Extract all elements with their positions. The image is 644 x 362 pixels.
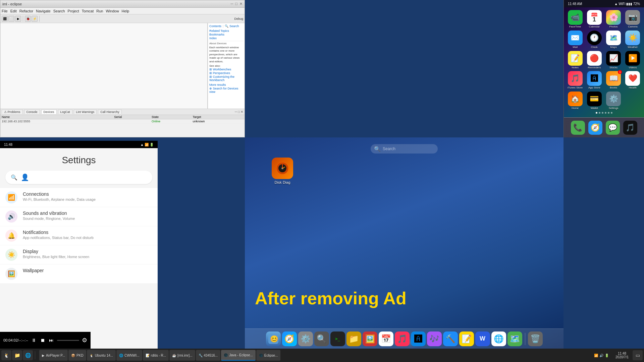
taskbar-app-ubuntu[interactable]: 🐧Ubuntu 14... xyxy=(87,350,116,361)
mac-dock-notes[interactable]: 📝 xyxy=(459,331,474,346)
app-reminders[interactable]: 🔴 Reminders xyxy=(586,51,603,69)
menu-search[interactable]: Search xyxy=(53,9,65,13)
help-tab-search[interactable]: 🔍 Search xyxy=(225,24,239,28)
help-customizing[interactable]: ⊞ Customizing the Workbench xyxy=(209,75,243,82)
help-perspectives[interactable]: ⊞ Perspectives xyxy=(209,71,243,75)
dock-messages[interactable]: 💬 xyxy=(606,121,620,135)
eclipse-maximize[interactable]: □ xyxy=(235,2,237,6)
taskbar-app-pkd[interactable]: 📦PKD xyxy=(68,350,86,361)
app-photos[interactable]: 🌸 Photos xyxy=(605,10,622,28)
taskbar-app-eclipse[interactable]: 🌑Eclipse... xyxy=(256,350,281,361)
dock-music[interactable]: 🎵 xyxy=(623,121,637,135)
video-stop-btn[interactable]: ⏹ xyxy=(40,337,46,344)
settings-item-display[interactable]: ☀️ Display Brightness, Blue light filter… xyxy=(0,245,158,264)
mac-dock-finder2[interactable]: 🔍 xyxy=(314,331,329,346)
menu-run[interactable]: Run xyxy=(96,9,103,13)
mac-dock-safari[interactable]: 🧭 xyxy=(282,331,297,346)
menu-navigate[interactable]: Navigate xyxy=(36,9,50,13)
panel-close-btn[interactable]: ✕ xyxy=(240,110,243,114)
mac-dock-calendar[interactable]: 📅 xyxy=(379,331,393,346)
mac-dock-sysprefs[interactable]: ⚙️ xyxy=(298,331,313,346)
panel-minimize-btn[interactable]: ─ xyxy=(235,110,237,114)
app-app-store[interactable]: 🅰 App Store xyxy=(586,71,603,89)
eclipse-minimize[interactable]: ─ xyxy=(231,2,233,6)
app-clock[interactable]: 🕐 Clock xyxy=(586,31,603,49)
app-maps[interactable]: 🗺️ Maps xyxy=(605,31,622,49)
app-appletv[interactable]: ▶️ Videos xyxy=(624,51,641,69)
desktop-icon-disk-diag[interactable]: Disk Diag xyxy=(272,158,293,184)
menu-help[interactable]: Help xyxy=(122,9,129,13)
tab-console[interactable]: Console xyxy=(24,110,40,114)
settings-item-sounds[interactable]: 🔊 Sounds and vibration Sound mode, Ringt… xyxy=(0,207,158,226)
taskbar-show-desktop-btn[interactable]: ▭ xyxy=(633,350,643,360)
video-next-btn[interactable]: ⏭ xyxy=(48,337,54,344)
mac-dock-music[interactable]: 🎵 xyxy=(395,331,410,346)
mac-dock-itunes[interactable]: 🎶 xyxy=(427,331,442,346)
mac-dock-trash[interactable]: 🗑️ xyxy=(528,331,543,346)
menu-file[interactable]: File xyxy=(2,9,8,13)
toolbar-btn-1[interactable]: ⬛ xyxy=(2,16,8,22)
taskbar-app-rmiimr[interactable]: ☕[rmi.imr]... xyxy=(169,350,195,361)
taskbar-start-btn[interactable]: 🐧 xyxy=(1,350,11,360)
taskbar-app-cwnwi[interactable]: 🌐CWNWI... xyxy=(116,350,142,361)
mac-dock-xcode[interactable]: 🔨 xyxy=(443,331,458,346)
tab-devices[interactable]: Devices xyxy=(41,110,57,114)
table-row[interactable]: 192.168.43.102:5555 Online unknown xyxy=(0,119,245,124)
toolbar-btn-4[interactable]: 🐞 xyxy=(25,16,31,22)
mac-dock-terminal[interactable]: >_ xyxy=(330,331,345,346)
toolbar-btn-5[interactable]: ⚡ xyxy=(32,16,38,22)
settings-item-wallpaper[interactable]: 🖼️ Wallpaper xyxy=(0,264,158,283)
app-calendar[interactable]: MON 1 Calendar xyxy=(586,10,603,28)
mac-dock-finder[interactable]: 😊 xyxy=(266,331,281,346)
help-link-bookmarks[interactable]: Bookmarks xyxy=(209,33,243,36)
taskbar-app-rditis[interactable]: 📝rditis - R... xyxy=(143,350,169,361)
menu-tomcat[interactable]: Tomcat xyxy=(82,9,94,13)
settings-search-bar[interactable]: 🔍 👤 xyxy=(5,171,152,184)
mac-dock-word[interactable]: W xyxy=(475,331,490,346)
help-workbenches[interactable]: ⊞ Workbenches xyxy=(209,68,243,71)
mac-dock-appstore[interactable]: 🅰 xyxy=(411,331,426,346)
dock-safari[interactable]: 🧭 xyxy=(588,121,602,135)
menu-window[interactable]: Window xyxy=(106,9,119,13)
settings-item-notifications[interactable]: 🔔 Notifications App notifications, Statu… xyxy=(0,226,158,245)
help-link-related[interactable]: Related Topics xyxy=(209,29,243,33)
macos-search-input[interactable] xyxy=(383,146,434,151)
video-play-btn[interactable]: ⏸ xyxy=(31,337,37,344)
app-itunes-store[interactable]: 🎵 iTunes Store xyxy=(567,71,584,89)
video-progress-bar[interactable] xyxy=(57,340,79,341)
video-settings-icon[interactable]: ⚙ xyxy=(82,337,87,344)
tab-logcat[interactable]: LogCat xyxy=(58,110,72,114)
app-wallet[interactable]: 💳 Wallet xyxy=(586,92,603,110)
taskbar-browser-btn[interactable]: 🌐 xyxy=(23,350,33,360)
app-home[interactable]: 🏠 Home xyxy=(567,92,584,110)
toolbar-btn-3[interactable]: ▶ xyxy=(15,16,21,22)
menu-project[interactable]: Project xyxy=(68,9,79,13)
app-mail[interactable]: ✉️ Mail xyxy=(567,31,584,49)
eclipse-editor[interactable] xyxy=(0,23,208,109)
mac-dock-maps[interactable]: 🗺️ xyxy=(507,331,522,346)
app-stocks[interactable]: 📈 Stocks xyxy=(605,51,622,69)
app-notes[interactable]: 📝 Notes xyxy=(567,51,584,69)
help-more[interactable]: More results xyxy=(209,83,243,86)
mac-dock-files[interactable]: 📁 xyxy=(346,331,361,346)
menu-edit[interactable]: Edit xyxy=(10,9,17,13)
help-link-index[interactable]: Index xyxy=(209,37,243,40)
panel-maximize-btn[interactable]: □ xyxy=(238,110,240,114)
eclipse-close[interactable]: ✕ xyxy=(239,2,243,6)
settings-item-connections[interactable]: 📶 Connections Wi-Fi, Bluetooth, Airplane… xyxy=(0,188,158,207)
tab-callhierarchy[interactable]: Call Hierarchy xyxy=(98,110,122,114)
taskbar-files-btn[interactable]: 📁 xyxy=(12,350,22,360)
app-settings[interactable]: ⚙️ Settings xyxy=(605,92,622,110)
taskbar-app-434[interactable]: 🔧434516... xyxy=(196,350,221,361)
app-facetime[interactable]: 📹 FaceTime xyxy=(567,10,584,28)
tab-lint[interactable]: Lint Warnings xyxy=(74,110,97,114)
app-camera[interactable]: 📷 Camera xyxy=(624,10,641,28)
tab-problems[interactable]: ⚠ Problems xyxy=(2,110,23,114)
macos-search-bar[interactable]: 🔍 xyxy=(371,144,438,154)
mac-dock-preview[interactable]: 🖼️ xyxy=(363,331,377,346)
taskbar-clock[interactable]: 11:48 2020/7/1 xyxy=(611,352,633,359)
taskbar-app-java-eclipse[interactable]: 🌑Java - Eclipse... xyxy=(221,350,256,361)
taskbar-app-airplayer[interactable]: ▶AirPlayer P... xyxy=(39,350,68,361)
help-tab-contents[interactable]: Contents xyxy=(209,24,221,28)
app-health[interactable]: ❤️ Health xyxy=(624,71,641,89)
